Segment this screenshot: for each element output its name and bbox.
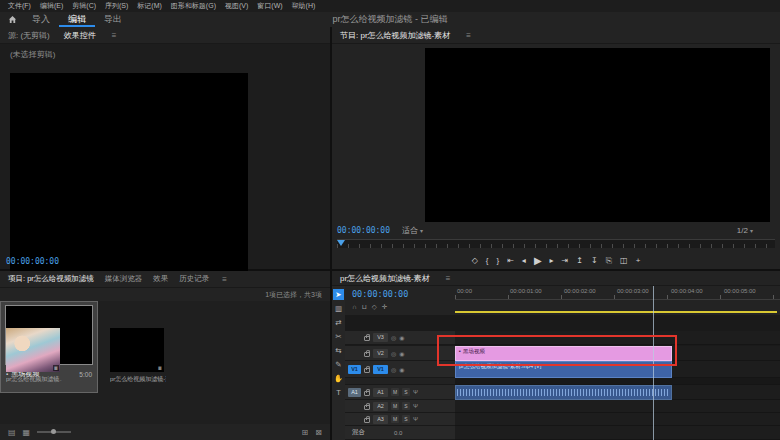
source-timecode[interactable]: 00:00:00:00 [6, 257, 59, 266]
master-volume-value[interactable]: 0.0 [394, 430, 402, 436]
menu-item-edit[interactable]: 编辑(E) [40, 1, 63, 11]
track-a3-lane[interactable] [455, 413, 780, 426]
sync-lock-icon[interactable]: ◎ [391, 350, 396, 357]
extract-button[interactable]: ↧ [591, 253, 598, 268]
lock-icon[interactable] [364, 336, 370, 341]
add-marker-button[interactable]: ◇ [472, 253, 478, 268]
clip-black-video[interactable]: ▪ 黑场视频 [455, 346, 672, 361]
program-timecode[interactable]: 00:00:00:00 [337, 226, 390, 235]
tab-media-browser[interactable]: 媒体浏览器 [105, 274, 143, 284]
source-patch-a1[interactable]: A1 [348, 388, 361, 397]
lift-button[interactable]: ↥ [576, 253, 583, 268]
timeline-ruler[interactable]: 00:00 00:00:01:00 00:00:02:00 00:00:03:0… [455, 286, 780, 300]
eye-icon[interactable]: ◉ [399, 334, 404, 341]
track-a2-lane[interactable] [455, 400, 780, 413]
tab-history[interactable]: 历史记录 [179, 274, 209, 284]
timeline-timecode[interactable]: 00:00:00:00 [352, 289, 408, 299]
comparison-view-button[interactable]: ◫ [620, 253, 628, 268]
project-item[interactable]: ≣ pr怎么给视频加滤镜… [6, 328, 62, 384]
panel-menu-icon[interactable]: ≡ [466, 31, 471, 40]
menu-item-clip[interactable]: 剪辑(C) [72, 1, 96, 11]
mute-button[interactable]: M [391, 415, 399, 423]
zoom-slider[interactable] [37, 431, 71, 433]
menu-item-sequence[interactable]: 序列(S) [105, 1, 128, 11]
source-patch-empty[interactable] [348, 333, 361, 342]
panel-menu-icon[interactable]: ≡ [222, 275, 227, 284]
go-to-in-button[interactable]: ⇤ [507, 253, 514, 268]
tab-project[interactable]: 项目: pr怎么给视频加滤镜 [8, 274, 94, 284]
menu-item-view[interactable]: 视图(V) [225, 1, 248, 11]
clip-thumbnail[interactable]: ≣ [6, 328, 60, 372]
mark-out-button[interactable]: } [496, 253, 499, 268]
lock-icon[interactable] [364, 418, 370, 423]
home-icon[interactable] [8, 15, 17, 24]
ripple-edit-tool-button[interactable]: ⇄ [333, 317, 344, 328]
export-frame-button[interactable]: ⎘ [606, 253, 612, 268]
track-name[interactable]: A1 [373, 388, 388, 397]
lock-icon[interactable] [364, 405, 370, 410]
source-patch-empty[interactable] [348, 402, 361, 411]
source-patch-v1[interactable]: V1 [348, 365, 361, 374]
playhead[interactable] [653, 286, 654, 440]
snap-icon[interactable]: ∩ [352, 303, 357, 311]
linked-selection-icon[interactable]: ⊔ [362, 303, 367, 311]
solo-button[interactable]: S [402, 415, 410, 423]
tab-import[interactable]: 导入 [23, 12, 59, 27]
source-patch-empty[interactable] [348, 349, 361, 358]
hand-tool-button[interactable]: ✋ [333, 373, 344, 384]
tab-export[interactable]: 导出 [95, 12, 131, 27]
resolution-select[interactable]: 1/2 ▾ [737, 226, 753, 235]
voiceover-record-icon[interactable]: Ψ [413, 416, 418, 422]
source-patch-empty[interactable] [348, 415, 361, 424]
add-marker-icon[interactable]: ◇ [372, 303, 377, 311]
fit-select[interactable]: 适合 ▾ [402, 225, 423, 236]
play-button[interactable]: ▶ [534, 253, 542, 268]
solo-button[interactable]: S [402, 388, 410, 396]
tab-timeline-sequence[interactable]: pr怎么给视频加滤镜-素材 [340, 273, 430, 284]
new-bin-button[interactable]: ⊞ [302, 428, 309, 437]
track-select-tool-button[interactable]: ▥ [333, 303, 344, 314]
tab-edit[interactable]: 编辑 [59, 12, 95, 27]
clip-footage-audio[interactable] [455, 385, 672, 400]
eye-icon[interactable]: ◉ [399, 366, 404, 373]
slip-tool-button[interactable]: ⇆ [333, 345, 344, 356]
project-item[interactable]: ≣ pr怎么给视频加滤镜-素材… [110, 328, 166, 384]
icon-view-button[interactable]: ▦ [23, 428, 31, 437]
voiceover-record-icon[interactable]: Ψ [413, 389, 418, 395]
step-back-button[interactable]: ◂ [522, 253, 526, 268]
track-v3-lane[interactable] [455, 331, 780, 345]
type-tool-button[interactable]: T [333, 387, 344, 398]
lock-icon[interactable] [364, 391, 370, 396]
panel-menu-icon[interactable]: ≡ [446, 274, 451, 283]
track-name[interactable]: A2 [373, 402, 388, 411]
track-name[interactable]: V2 [373, 349, 388, 358]
lock-icon[interactable] [364, 352, 370, 357]
list-view-button[interactable]: ▤ [8, 428, 16, 437]
clip-footage-video[interactable]: pr怎么给视频加滤镜-素材.mp4 [V] [455, 361, 672, 378]
eye-icon[interactable]: ◉ [399, 350, 404, 357]
go-to-out-button[interactable]: ⇥ [562, 253, 569, 268]
track-name[interactable]: A3 [373, 415, 388, 424]
button-editor-button[interactable]: + [636, 253, 641, 268]
panel-menu-icon[interactable]: ≡ [112, 31, 117, 40]
mark-in-button[interactable]: { [486, 253, 489, 268]
sync-lock-icon[interactable]: ◎ [391, 334, 396, 341]
mute-button[interactable]: M [391, 388, 399, 396]
track-name[interactable]: V3 [373, 333, 388, 342]
step-forward-button[interactable]: ▸ [550, 253, 554, 268]
tab-program-monitor[interactable]: 节目: pr怎么给视频加滤镜-素材 [340, 30, 450, 41]
menu-item-graphics[interactable]: 图形和标题(G) [171, 1, 216, 11]
menu-item-window[interactable]: 窗口(W) [257, 1, 282, 11]
clear-button[interactable]: ⊠ [315, 428, 322, 437]
solo-button[interactable]: S [402, 402, 410, 410]
timeline-settings-icon[interactable]: ✛ [382, 303, 387, 311]
razor-tool-button[interactable]: ✂ [333, 331, 344, 342]
track-name[interactable]: V1 [373, 365, 388, 374]
menu-item-markers[interactable]: 标记(M) [137, 1, 162, 11]
tab-effect-controls[interactable]: 效果控件 [64, 30, 96, 41]
menu-item-file[interactable]: 文件(F) [8, 1, 31, 11]
program-playhead-caret[interactable] [337, 240, 345, 246]
selection-tool-button[interactable]: ➤ [333, 289, 344, 300]
menu-item-help[interactable]: 帮助(H) [292, 1, 316, 11]
voiceover-record-icon[interactable]: Ψ [413, 403, 418, 409]
